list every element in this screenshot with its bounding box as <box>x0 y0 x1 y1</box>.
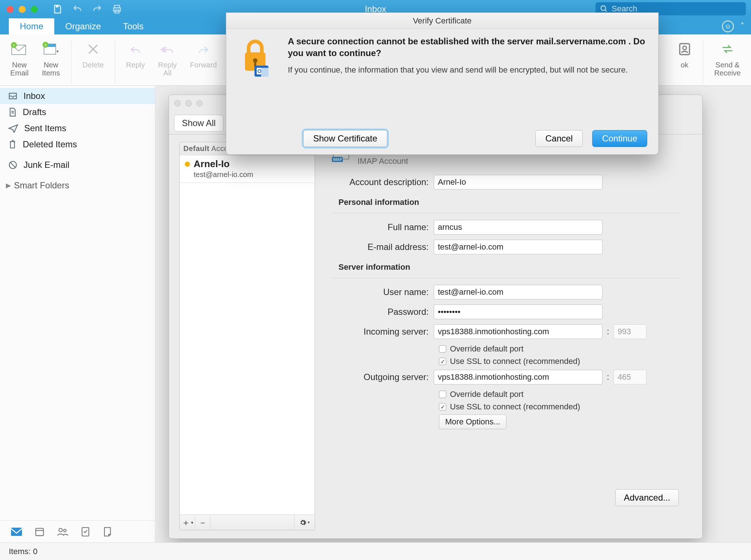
tasks-nav-icon[interactable] <box>81 526 90 537</box>
account-list: Default Account Arnel-Io test@arnel-io.c… <box>179 142 315 530</box>
notes-nav-icon[interactable] <box>103 527 112 537</box>
drafts-icon <box>8 107 17 117</box>
password-input[interactable] <box>434 305 602 319</box>
svg-text:▾: ▾ <box>56 49 59 54</box>
continue-button[interactable]: Continue <box>592 130 647 147</box>
account-email: test@arnel-io.com <box>194 170 309 179</box>
username-input[interactable] <box>434 285 602 299</box>
send-receive-button[interactable]: Send & Receive <box>711 37 744 85</box>
calendar-nav-icon[interactable] <box>34 527 45 537</box>
close-window-icon[interactable] <box>7 6 14 13</box>
address-book-icon <box>677 42 692 56</box>
outgoing-override-port[interactable]: Override default port <box>439 390 681 399</box>
email-input[interactable] <box>434 240 602 254</box>
item-count: Items: 0 <box>9 547 37 556</box>
folder-drafts[interactable]: Drafts <box>0 104 155 120</box>
trash-icon <box>8 140 17 149</box>
tab-tools[interactable]: Tools <box>112 18 154 34</box>
reply-all-icon <box>160 43 176 55</box>
folder-inbox[interactable]: Inbox <box>0 88 155 104</box>
remove-account-button[interactable]: － <box>195 515 210 530</box>
minimize-window-icon[interactable] <box>19 6 26 13</box>
folder-junk[interactable]: Junk E-mail <box>0 157 155 173</box>
smiley-icon[interactable]: ☺ <box>722 21 734 32</box>
undo-icon[interactable] <box>72 4 83 14</box>
incoming-use-ssl[interactable]: Use SSL to connect (recommended) <box>439 357 681 366</box>
lock-outlook-icon: O <box>237 36 277 77</box>
incoming-server-input[interactable] <box>434 324 602 339</box>
dialog-title: Verify Certificate <box>226 13 658 29</box>
folder-label: Drafts <box>23 107 46 117</box>
new-email-button[interactable]: + New Email <box>7 37 32 85</box>
zoom-icon[interactable] <box>196 100 203 107</box>
show-certificate-button[interactable]: Show Certificate <box>303 130 387 147</box>
reply-button: Reply <box>122 37 149 85</box>
checkbox-icon[interactable] <box>439 391 446 398</box>
svg-text:IMAP: IMAP <box>333 158 342 162</box>
smart-folders[interactable]: ▶ Smart Folders <box>0 173 155 198</box>
label-password: Password: <box>331 307 434 317</box>
zoom-window-icon[interactable] <box>31 6 38 13</box>
checkbox-label: Override default port <box>450 390 524 399</box>
folder-deleted[interactable]: Deleted Items <box>0 136 155 152</box>
disclosure-triangle-icon: ▶ <box>6 181 11 189</box>
redo-icon[interactable] <box>92 4 102 14</box>
account-description-input[interactable] <box>434 175 602 189</box>
search-icon <box>600 5 608 13</box>
address-book-button[interactable]: ok <box>674 37 696 85</box>
reply-icon <box>128 43 143 55</box>
print-icon[interactable] <box>112 4 122 14</box>
checkbox-icon[interactable] <box>439 345 446 353</box>
window-controls <box>7 6 38 13</box>
account-form: IMAP Arnel-Io IMAP Account Account descr… <box>315 142 692 530</box>
envelope-icon: + <box>11 42 28 56</box>
delete-icon <box>86 42 100 56</box>
svg-text:O: O <box>257 68 261 74</box>
label-username: User name: <box>331 287 434 297</box>
folder-label: Inbox <box>23 91 45 101</box>
svg-point-17 <box>683 46 686 50</box>
save-icon[interactable] <box>52 4 63 14</box>
tab-home[interactable]: Home <box>9 18 54 34</box>
ribbon-divider <box>71 40 72 83</box>
svg-rect-0 <box>56 5 58 8</box>
reply-all-button: Reply All <box>154 37 180 85</box>
show-all-button[interactable]: Show All <box>174 115 223 132</box>
dialog-body: If you continue, the information that yo… <box>288 65 648 75</box>
reply-label: Reply <box>126 61 145 69</box>
checkbox-icon[interactable] <box>439 358 446 365</box>
ribbon-divider <box>115 40 115 83</box>
people-nav-icon[interactable] <box>57 527 68 537</box>
label-outgoing: Outgoing server: <box>331 372 434 382</box>
cancel-button[interactable]: Cancel <box>535 130 583 147</box>
svg-point-26 <box>63 529 66 532</box>
checkbox-icon[interactable] <box>439 403 446 410</box>
new-items-button[interactable]: +▾ New Items <box>38 37 64 85</box>
account-actions-button[interactable]: ▾ <box>294 515 315 530</box>
new-items-label: New Items <box>42 61 60 77</box>
fullname-input[interactable] <box>434 220 602 235</box>
accounts-window: Show All Default Account Arnel-Io test@a… <box>169 95 703 539</box>
checkbox-label: Use SSL to connect (recommended) <box>450 402 580 412</box>
account-list-item[interactable]: Arnel-Io test@arnel-io.com <box>180 155 315 183</box>
advanced-button[interactable]: Advanced... <box>615 489 679 506</box>
more-options-button[interactable]: More Options... <box>439 415 506 429</box>
svg-text:+: + <box>44 42 47 48</box>
section-server: Server information <box>338 262 681 272</box>
tab-organize[interactable]: Organize <box>54 18 112 34</box>
send-receive-label: Send & Receive <box>714 61 741 77</box>
ribbon-divider <box>703 40 703 83</box>
forward-icon <box>196 43 211 55</box>
outgoing-use-ssl[interactable]: Use SSL to connect (recommended) <box>439 402 681 412</box>
close-icon[interactable] <box>174 100 181 107</box>
collapse-ribbon-icon[interactable]: ˄ <box>740 22 744 31</box>
outgoing-server-input[interactable] <box>434 370 602 384</box>
mail-nav-icon[interactable] <box>11 527 22 536</box>
incoming-override-port[interactable]: Override default port <box>439 344 681 354</box>
minimize-icon[interactable] <box>185 100 192 107</box>
folder-label: Deleted Items <box>23 139 77 150</box>
junk-icon <box>8 160 18 170</box>
folder-sent[interactable]: Sent Items <box>0 120 155 136</box>
status-bar: Items: 0 <box>0 542 751 560</box>
add-account-button[interactable]: ＋▾ <box>180 515 195 530</box>
